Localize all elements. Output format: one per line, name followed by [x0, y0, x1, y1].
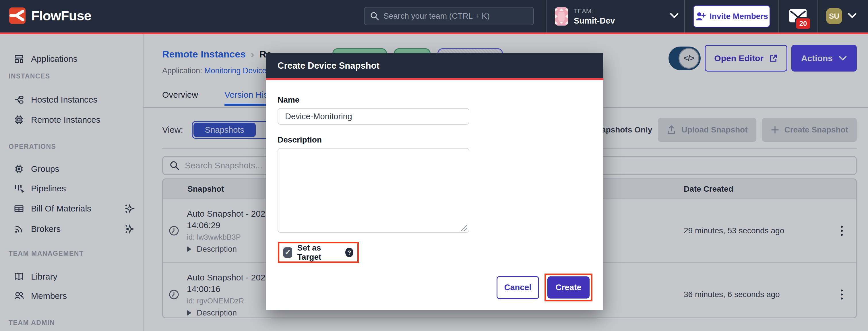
upload-snapshot-label: Upload Snapshot	[681, 125, 747, 135]
description-label: Description	[278, 135, 322, 144]
modal-footer: Cancel Create	[497, 274, 592, 301]
sidebar-item-label: Hosted Instances	[31, 95, 98, 105]
notification-count-badge: 20	[795, 17, 811, 30]
sidebar-item-brokers[interactable]: Brokers	[0, 219, 144, 239]
actions-label: Actions	[801, 53, 833, 63]
open-editor-button[interactable]: Open Editor	[705, 45, 787, 72]
clock-icon	[168, 225, 180, 237]
user-menu-chevron-down-icon[interactable]	[847, 12, 857, 19]
notifications-button[interactable]: 20	[789, 9, 815, 31]
description-expander-label: Description	[197, 308, 237, 318]
sparkle-icon	[124, 224, 135, 235]
plus-icon	[771, 126, 779, 134]
sidebar-item-members[interactable]: Members	[0, 285, 144, 306]
chevron-down-icon	[838, 55, 847, 61]
row-kebab-menu-icon[interactable]	[838, 224, 845, 238]
actions-button[interactable]: Actions	[792, 45, 857, 72]
team-label: TEAM:	[574, 7, 615, 15]
set-as-target-checkbox[interactable]: ✓	[283, 247, 292, 258]
sparkle-icon	[124, 203, 135, 214]
pipelines-icon	[14, 183, 24, 194]
modal-title: Create Device Snapshot	[278, 61, 379, 71]
device-controls: </> Open Editor Actions	[669, 45, 857, 72]
set-as-target-label: Set as Target	[298, 243, 340, 262]
tab-overview[interactable]: Overview	[162, 86, 198, 106]
sidebar-item-bill-of-materials[interactable]: Bill Of Materials	[0, 198, 144, 219]
create-device-snapshot-modal: Create Device Snapshot Name Description …	[266, 53, 603, 310]
developer-mode-toggle[interactable]: </>	[669, 47, 701, 70]
sidebar-item-remote-instances[interactable]: Remote Instances	[0, 109, 144, 130]
bill-of-materials-icon	[14, 203, 24, 214]
snapshot-title-line2: 14:06:29	[187, 220, 270, 231]
view-label: View:	[162, 125, 183, 135]
triangle-right-icon	[187, 310, 191, 316]
team-search-input[interactable]	[383, 11, 528, 21]
search-icon	[169, 160, 180, 171]
sidebar-navigation: Applications INSTANCES Hosted Instances	[0, 34, 144, 331]
sidebar-item-pipelines[interactable]: Pipelines	[0, 178, 144, 199]
team-chevron-down-icon[interactable]	[670, 12, 679, 19]
snapshot-title-line1: Auto Snapshot - 2025	[187, 272, 270, 283]
name-field[interactable]	[278, 108, 469, 125]
sidebar-item-applications[interactable]: Applications	[0, 49, 144, 69]
breadcrumb-remote-instances-link[interactable]: Remote Instances	[162, 49, 246, 60]
application-label: Application:	[162, 66, 203, 75]
column-header-date-created: Date Created	[684, 185, 856, 194]
upload-icon	[666, 125, 676, 135]
sidebar-section-operations: OPERATIONS	[9, 142, 56, 152]
application-line: Application: Monitoring Device H	[162, 66, 274, 75]
date-created-value: 29 minutes, 53 seconds ago	[684, 226, 784, 235]
date-created-value: 36 minutes, 6 seconds ago	[684, 290, 780, 299]
sidebar-section-team-management: TEAM MANAGEMENT	[9, 249, 84, 258]
members-icon	[14, 291, 24, 301]
application-link[interactable]: Monitoring Device H	[205, 66, 274, 75]
sidebar-item-library[interactable]: Library	[0, 266, 144, 287]
flowfuse-logo-icon	[9, 7, 26, 24]
create-button-annotation: Create	[545, 274, 592, 301]
code-icon: </>	[679, 48, 699, 69]
sidebar-item-label: Applications	[31, 54, 78, 64]
toggle-snapshots[interactable]: Snapshots	[193, 123, 256, 137]
groups-icon	[14, 164, 24, 174]
header-divider	[778, 0, 779, 32]
applications-icon	[14, 54, 24, 64]
sidebar-item-label: Remote Instances	[31, 115, 100, 125]
create-snapshot-label: Create Snapshot	[784, 125, 848, 135]
user-plus-icon	[695, 11, 706, 22]
team-search-box[interactable]	[364, 7, 534, 25]
sidebar-section-team-admin: TEAM ADMIN	[9, 318, 55, 328]
help-icon[interactable]: ?	[345, 248, 353, 257]
invite-members-button[interactable]: Invite Members	[693, 5, 770, 27]
brand-name: FlowFuse	[31, 8, 91, 24]
upload-snapshot-button[interactable]: Upload Snapshot	[658, 118, 756, 142]
user-avatar[interactable]: SU	[826, 8, 842, 24]
breadcrumb: Remote Instances › Ra	[162, 49, 272, 60]
description-field[interactable]	[278, 148, 469, 233]
create-snapshot-button[interactable]: Create Snapshot	[762, 118, 857, 142]
sidebar-item-groups[interactable]: Groups	[0, 159, 144, 179]
breadcrumb-separator: ›	[251, 49, 254, 60]
sidebar-item-label: Bill Of Materials	[31, 204, 91, 214]
team-switcher[interactable]: TEAM: Sumit-Dev	[555, 7, 615, 26]
remote-instances-icon	[14, 115, 24, 125]
description-expander-label: Description	[197, 245, 237, 254]
cancel-button[interactable]: Cancel	[497, 276, 539, 299]
brokers-icon	[14, 224, 24, 234]
description-expander[interactable]: Description	[187, 245, 270, 254]
sidebar-item-label: Library	[31, 272, 57, 282]
triangle-right-icon	[187, 246, 191, 252]
name-label: Name	[278, 95, 299, 105]
modal-accent-line	[266, 78, 603, 80]
hosted-instances-icon	[14, 94, 24, 105]
sidebar-item-hosted-instances[interactable]: Hosted Instances	[0, 89, 144, 110]
sidebar-item-label: Pipelines	[31, 184, 66, 193]
resize-grip-icon[interactable]	[461, 225, 467, 231]
description-expander[interactable]: Description	[187, 308, 270, 318]
modal-body: Name Description ✓ Set as Target ? Cance…	[266, 80, 603, 310]
row-kebab-menu-icon[interactable]	[838, 287, 845, 302]
library-icon	[14, 272, 24, 282]
snapshot-title-line2: 14:00:16	[187, 283, 270, 295]
brand-logo[interactable]: FlowFuse	[9, 7, 91, 24]
create-button[interactable]: Create	[547, 276, 590, 299]
header-accent-line	[0, 32, 868, 34]
